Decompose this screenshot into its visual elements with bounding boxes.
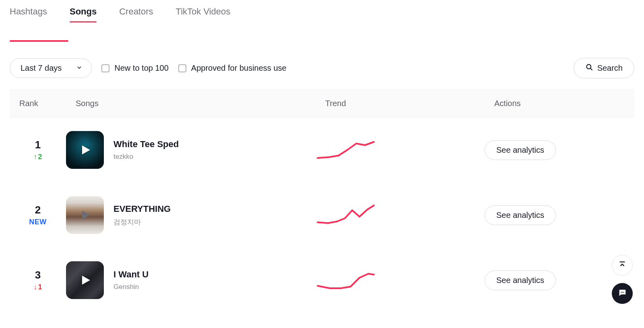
chat-icon bbox=[618, 288, 627, 299]
rank-delta: ↓1 bbox=[10, 283, 66, 291]
rank-number: 3 bbox=[10, 269, 66, 281]
tab-hashtags[interactable]: Hashtags bbox=[10, 6, 47, 22]
scroll-to-top-button[interactable] bbox=[612, 255, 633, 276]
rank-cell: 3↓1 bbox=[10, 269, 66, 291]
table-row: 2NEWEVERYTHING검정치마See analytics bbox=[10, 182, 634, 248]
arrow-down-icon: ↓ bbox=[33, 283, 37, 291]
song-title[interactable]: White Tee Sped bbox=[114, 139, 179, 150]
song-artist[interactable]: 검정치마 bbox=[114, 217, 171, 227]
tab-songs[interactable]: Songs bbox=[70, 6, 97, 22]
tab-tiktok-videos[interactable]: TikTok Videos bbox=[176, 6, 231, 22]
song-title[interactable]: I Want U bbox=[114, 269, 149, 280]
search-label: Search bbox=[597, 64, 623, 73]
rank-number: 2 bbox=[10, 204, 66, 216]
table-body: 1↑2White Tee SpedtezkkoSee analytics2NEW… bbox=[0, 117, 644, 313]
svg-point-0 bbox=[586, 64, 591, 69]
trend-sparkline bbox=[316, 138, 485, 162]
arrow-up-icon: ↑ bbox=[33, 153, 37, 161]
song-artist[interactable]: Genshin bbox=[114, 283, 149, 291]
checkbox-approved-business[interactable]: Approved for business use bbox=[178, 64, 287, 73]
trend-sparkline bbox=[316, 203, 485, 227]
table-header: Rank Songs Trend Actions bbox=[10, 90, 634, 117]
song-thumbnail[interactable] bbox=[66, 131, 104, 169]
rank-delta-value: 2 bbox=[38, 153, 42, 161]
rank-delta-value: 1 bbox=[38, 283, 42, 291]
chevron-up-bar-icon bbox=[618, 260, 627, 271]
category-tabs: Hashtags Songs Creators TikTok Videos bbox=[0, 0, 644, 22]
search-button[interactable]: Search bbox=[574, 58, 634, 78]
play-icon bbox=[66, 196, 104, 234]
song-thumbnail[interactable] bbox=[66, 196, 104, 234]
date-range-label: Last 7 days bbox=[21, 64, 62, 73]
actions-cell: See analytics bbox=[485, 205, 634, 225]
song-cell: I Want UGenshin bbox=[66, 261, 316, 299]
actions-cell: See analytics bbox=[485, 140, 634, 160]
rank-delta: NEW bbox=[10, 218, 66, 226]
see-analytics-button[interactable]: See analytics bbox=[485, 205, 556, 225]
checkbox-new-to-top-100[interactable]: New to top 100 bbox=[101, 64, 169, 73]
checkbox-box-icon bbox=[178, 64, 186, 72]
checkbox-label: Approved for business use bbox=[191, 64, 287, 73]
rank-cell: 1↑2 bbox=[10, 139, 66, 161]
svg-point-2 bbox=[622, 292, 623, 293]
svg-point-3 bbox=[623, 292, 624, 293]
checkbox-box-icon bbox=[101, 64, 109, 72]
svg-point-1 bbox=[621, 292, 621, 293]
chevron-down-icon bbox=[76, 64, 83, 73]
play-icon bbox=[66, 261, 104, 299]
search-icon bbox=[585, 63, 593, 73]
song-title[interactable]: EVERYTHING bbox=[114, 204, 171, 214]
table-row: 1↑2White Tee SpedtezkkoSee analytics bbox=[10, 117, 634, 182]
song-artist[interactable]: tezkko bbox=[114, 153, 179, 161]
col-trend: Trend bbox=[325, 99, 494, 108]
rank-number: 1 bbox=[10, 139, 66, 151]
play-icon bbox=[66, 131, 104, 169]
song-cell: EVERYTHING검정치마 bbox=[66, 196, 316, 234]
tab-creators[interactable]: Creators bbox=[119, 6, 153, 22]
song-thumbnail[interactable] bbox=[66, 261, 104, 299]
rank-cell: 2NEW bbox=[10, 204, 66, 226]
see-analytics-button[interactable]: See analytics bbox=[485, 271, 556, 290]
rank-delta: ↑2 bbox=[10, 153, 66, 161]
checkbox-label: New to top 100 bbox=[114, 64, 169, 73]
song-meta: I Want UGenshin bbox=[114, 269, 149, 291]
col-actions: Actions bbox=[494, 99, 625, 108]
see-analytics-button[interactable]: See analytics bbox=[485, 140, 556, 160]
floating-buttons bbox=[612, 255, 633, 304]
song-cell: White Tee Spedtezkko bbox=[66, 131, 316, 169]
col-rank: Rank bbox=[19, 99, 76, 108]
song-meta: White Tee Spedtezkko bbox=[114, 139, 179, 161]
song-meta: EVERYTHING검정치마 bbox=[114, 204, 171, 227]
chat-support-button[interactable] bbox=[612, 283, 633, 304]
trend-sparkline bbox=[316, 268, 485, 292]
col-songs: Songs bbox=[76, 99, 325, 108]
date-range-select[interactable]: Last 7 days bbox=[10, 58, 92, 78]
table-row: 3↓1I Want UGenshinSee analytics bbox=[10, 248, 634, 313]
rank-delta-value: NEW bbox=[29, 218, 47, 226]
filters-row: Last 7 days New to top 100 Approved for … bbox=[0, 42, 644, 90]
